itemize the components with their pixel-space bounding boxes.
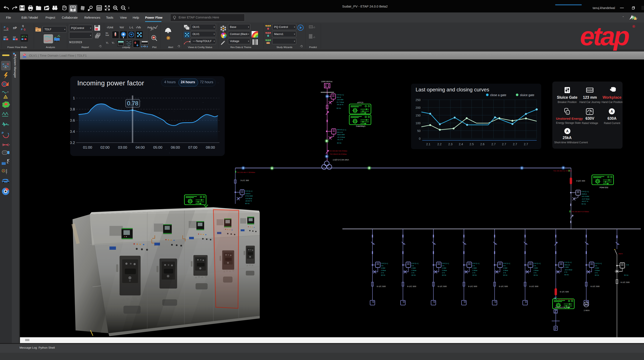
svg-text:-83.53 %: -83.53 %	[245, 200, 252, 202]
svg-text:0 MW: 0 MW	[564, 266, 569, 268]
svg-text:PDM E02: PDM E02	[600, 186, 608, 189]
svg-text:GateWay1: GateWay1	[356, 125, 366, 127]
svg-text:V₂: V₂	[112, 41, 114, 44]
svg-text:0 kV [L-L]: 0 kV [L-L]	[336, 94, 344, 96]
svg-text:√Unit: √Unit	[107, 26, 113, 29]
svg-text:T02.35kV0+81.5%Max: T02.35kV0+81.5%Max	[330, 153, 347, 155]
svg-text:-91.2 %: -91.2 %	[337, 139, 343, 140]
svg-text:141.6 MW: 141.6 MW	[582, 195, 589, 197]
svg-text:kvar: kvar	[106, 34, 109, 36]
svg-text:6-1/C 500: 6-1/C 500	[407, 285, 416, 288]
svg-text:179.6 MW: 179.6 MW	[245, 195, 253, 197]
svg-text:2ph: 2ph	[13, 36, 16, 38]
svg-text:0 %: 0 %	[564, 271, 567, 273]
svg-text:-41.3 Mvar: -41.3 Mvar	[337, 136, 345, 138]
svg-text:-69.07 %: -69.07 %	[582, 200, 588, 202]
svg-text:P: P	[2, 63, 4, 66]
svg-text:T02 200.4kV+7.55%Max: T02 200.4kV+7.55%Max	[237, 171, 255, 173]
svg-text:0 kV [L-L]: 0 kV [L-L]	[582, 191, 588, 192]
svg-text:60 Hz: 60 Hz	[336, 107, 341, 109]
svg-text:0/05TDULF/2r_0UTB: 0/05TDULF/2r_0UTB	[555, 306, 570, 308]
svg-text:6-1/C 500: 6-1/C 500	[377, 285, 386, 288]
svg-text:2 MVA: 2 MVA	[584, 309, 590, 312]
svg-text:T02 200.6kV+0.075Max: T02 200.6kV+0.075Max	[571, 211, 589, 213]
svg-text:V₁: V₁	[106, 41, 108, 44]
svg-text:-4.07 Mvar: -4.07 Mvar	[582, 198, 590, 200]
svg-text:2325 A: 2325 A	[245, 193, 250, 195]
svg-text:60 Hz: 60 Hz	[245, 203, 250, 204]
svg-text:50 Hz: 50 Hz	[582, 203, 586, 205]
svg-text:6-1/C 500: 6-1/C 500	[468, 285, 477, 288]
svg-text:Alarm: Alarm	[618, 253, 623, 255]
svg-text:21.7 Mvar: 21.7 Mvar	[336, 101, 344, 103]
svg-text:6-1/C 500: 6-1/C 500	[529, 285, 538, 288]
svg-text:0 kV [L-L]: 0 kV [L-L]	[564, 261, 572, 263]
svg-text:P: P	[4, 26, 5, 28]
svg-text:2.5/[T.O+] 5% MVA: 2.5/[T.O+] 5% MVA	[333, 159, 349, 161]
svg-text:L-L: L-L	[130, 26, 134, 29]
svg-text:6-1/C 500: 6-1/C 500	[499, 285, 508, 288]
svg-text:50 Hz: 50 Hz	[624, 274, 628, 276]
svg-text:455.8 A: 455.8 A	[564, 264, 570, 266]
svg-text:6-1/C 500: 6-1/C 500	[590, 285, 600, 288]
svg-text:ePPC5: ePPC5	[357, 101, 364, 104]
svg-text:0 A: 0 A	[626, 264, 629, 266]
svg-text:591.4 A: 591.4 A	[337, 131, 343, 133]
svg-text:2325 A: 2325 A	[582, 193, 587, 195]
svg-text:Q: Q	[22, 25, 24, 27]
svg-text:3-L/C 300: 3-L/C 300	[240, 179, 249, 182]
svg-text:ABC: ABC	[4, 36, 7, 38]
svg-text:6-1/C 500: 6-1/C 500	[620, 281, 630, 283]
svg-text:P: P	[21, 28, 22, 31]
svg-text:±P: ±P	[13, 26, 17, 30]
svg-text:-220 MW: -220 MW	[336, 99, 344, 101]
svg-text:6-1/C 500: 6-1/C 500	[560, 291, 569, 293]
svg-text:-34.4 Mvar: -34.4 Mvar	[564, 269, 572, 271]
svg-text:50 Hz: 50 Hz	[564, 274, 569, 276]
svg-text:±: ±	[7, 91, 8, 93]
svg-text:258.5 MW: 258.5 MW	[337, 134, 345, 136]
svg-text:Q: Q	[7, 63, 9, 65]
svg-text:3-Q/C 600: 3-Q/C 600	[576, 180, 585, 182]
svg-text:Mo: Mo	[106, 32, 108, 34]
svg-text:%V: %V	[120, 26, 124, 29]
svg-text:√Vb: √Vb	[136, 26, 141, 29]
svg-text:1000 MVAsc: 1000 MVAsc	[321, 80, 332, 83]
svg-text:60 Hz: 60 Hz	[337, 142, 341, 144]
svg-text:P: P	[2, 131, 4, 134]
svg-text:599 kV [L-L]: 599 kV [L-L]	[337, 129, 346, 131]
svg-text:Q: Q	[6, 27, 8, 30]
svg-text:6-1/C 500: 6-1/C 500	[438, 285, 447, 288]
svg-text:504.A: 504.A	[336, 96, 341, 98]
svg-text:-99.16 %: -99.16 %	[336, 104, 343, 106]
svg-text:Q: Q	[24, 28, 26, 31]
svg-text:-5.8 Mvar: -5.8 Mvar	[245, 198, 252, 200]
svg-text:T02 400.6kV+80.9%Max: T02 400.6kV+80.9%Max	[329, 150, 347, 152]
svg-text:0 kV [L-L]: 0 kV [L-L]	[245, 190, 252, 192]
